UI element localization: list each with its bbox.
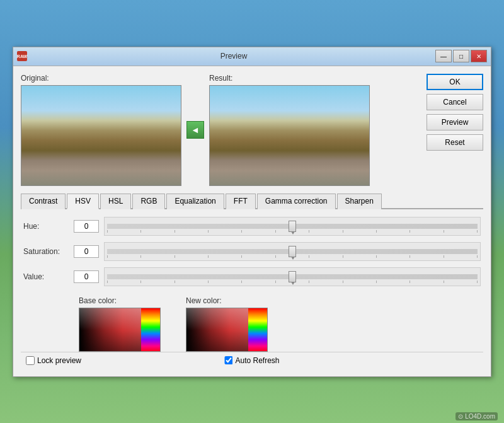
lock-preview-checkbox[interactable] [26,356,35,365]
arrow-button[interactable]: ◄ [186,121,204,139]
result-image [209,85,370,186]
hue-slider-track[interactable] [104,217,481,236]
tab-contrast[interactable]: Contrast [21,194,66,209]
close-button[interactable]: ✕ [471,50,487,62]
value-value[interactable]: 0 [74,270,99,283]
new-color-label: New color: [186,296,268,305]
base-color-rainbow [141,308,160,352]
lock-preview-row: Lock preview [26,356,81,365]
tab-gamma[interactable]: Gamma correction [257,194,336,209]
saturation-ticks [107,255,478,259]
auto-refresh-label: Auto Refresh [235,356,279,365]
tab-hsv[interactable]: HSV [67,194,99,209]
base-color-swatch [79,308,161,352]
reset-button[interactable]: Reset [427,134,483,151]
tab-sharpen[interactable]: Sharpen [337,194,382,209]
base-color-label: Base color: [79,296,161,305]
preview-row: Original: ◄ Result: OK Cancel Preview Re… [21,74,483,186]
result-label: Result: [209,74,370,83]
value-ticks [107,281,478,284]
auto-refresh-checkbox[interactable] [224,356,232,364]
saturation-value[interactable]: 0 [74,245,99,258]
auto-refresh-row: Auto Refresh [224,356,279,365]
tab-equalization[interactable]: Equalization [166,194,224,209]
original-label: Original: [21,74,181,83]
saturation-label: Saturation: [23,247,74,256]
preview-button[interactable]: Preview [427,114,483,130]
new-color-swatch [186,308,268,352]
value-slider-fill [107,274,478,279]
new-color-rainbow [248,308,267,352]
value-label: Value: [23,272,74,281]
saturation-slider-track[interactable] [104,242,481,261]
cancel-button[interactable]: Cancel [427,94,483,110]
window-body: Original: ◄ Result: OK Cancel Preview Re… [13,66,491,376]
new-color-group: New color: [186,296,268,352]
original-section: Original: [21,74,181,186]
original-image [21,85,181,186]
base-color-gradient [79,308,141,352]
value-row: Value: 0 [23,267,481,286]
lock-preview-label: Lock preview [37,356,81,365]
tabs-row: Contrast HSV HSL RGB Equalization FFT Ga… [21,194,483,209]
tab-fft[interactable]: FFT [226,194,256,209]
action-buttons: OK Cancel Preview Reset [427,74,483,151]
window-title: Preview [32,52,435,61]
saturation-row: Saturation: 0 [23,242,481,261]
minimize-button[interactable]: — [435,50,452,62]
base-color-group: Base color: [79,296,161,352]
color-swatches-row: Base color: New color: [23,296,481,352]
hue-row: Hue: 0 [23,217,481,236]
result-section: Result: [209,74,370,186]
new-color-gradient [186,308,248,352]
watermark: ⊙ LO4D.com [455,412,498,420]
hue-label: Hue: [23,222,74,231]
main-window: RAW Preview — □ ✕ Original: ◄ Result: [13,47,491,377]
tab-hsl[interactable]: HSL [100,194,131,209]
maximize-button[interactable]: □ [453,50,469,62]
ok-button[interactable]: OK [427,74,483,90]
value-slider-track[interactable] [104,267,481,286]
saturation-slider-fill [107,249,478,254]
window-controls: — □ ✕ [435,50,487,62]
hue-value[interactable]: 0 [74,220,99,233]
bottom-row: Lock preview Auto Refresh [21,352,483,369]
sliders-section: Hue: 0 [21,217,483,352]
hue-slider-fill [107,224,478,229]
app-icon: RAW [17,51,27,61]
hue-ticks [107,230,478,234]
tab-rgb[interactable]: RGB [132,194,165,209]
title-bar: RAW Preview — □ ✕ [13,47,491,66]
